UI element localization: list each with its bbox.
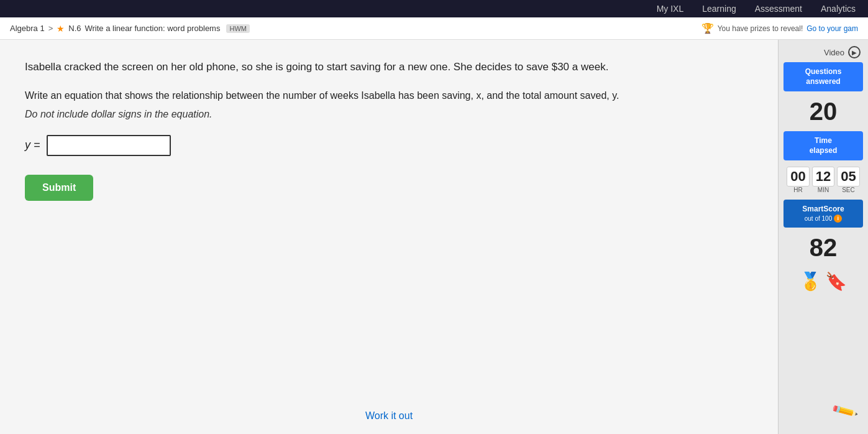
video-label: Video xyxy=(824,48,844,57)
play-icon: ▶ xyxy=(848,46,861,58)
time-elapsed-box: Timeelapsed xyxy=(783,131,863,160)
nav-links: My IXL Learning Assessment Analytics xyxy=(657,4,856,14)
prize-link[interactable]: Go to your gam xyxy=(806,24,858,33)
time-elapsed-label: Timeelapsed xyxy=(810,136,838,155)
question-paragraph: Isabella cracked the screen on her old p… xyxy=(25,58,753,75)
smart-score-label: SmartScore xyxy=(802,205,844,213)
smart-score-value: 82 xyxy=(810,234,838,261)
sec-label: SEC xyxy=(842,187,855,193)
hwm-badge: HWM xyxy=(226,24,250,33)
question-note: Do not include dollar signs in the equat… xyxy=(25,109,753,120)
video-button[interactable]: Video ▶ xyxy=(824,46,861,58)
nav-learning[interactable]: Learning xyxy=(702,4,736,14)
nav-assessment[interactable]: Assessment xyxy=(755,4,802,14)
smart-score-box: SmartScore out of 100 i xyxy=(783,200,863,228)
skill-code: N.6 xyxy=(68,24,81,33)
blue-badge-icon: 🔖 xyxy=(825,271,847,292)
star-icon: ★ xyxy=(57,24,65,34)
hr-label: HR xyxy=(793,187,802,193)
prize-message: You have prizes to reveal! xyxy=(718,24,803,33)
time-seconds-col: 05 SEC xyxy=(837,167,859,193)
questions-answered-label: Questionsanswered xyxy=(805,67,842,86)
time-seconds: 05 xyxy=(837,167,859,187)
equation-row: y = xyxy=(25,135,753,156)
question-area: Isabella cracked the screen on her old p… xyxy=(0,40,778,434)
work-it-out-link[interactable]: Work it out xyxy=(365,410,413,422)
answer-input[interactable] xyxy=(47,135,171,156)
breadcrumb: Algebra 1 > ★ N.6 Write a linear functio… xyxy=(10,24,250,34)
time-display: 00 HR 12 MIN 05 SEC xyxy=(787,167,859,193)
badges-row: 🥇 🔖 xyxy=(800,271,847,292)
question-instruction: Write an equation that shows the relatio… xyxy=(25,88,753,104)
time-minutes: 12 xyxy=(812,167,834,187)
main-area: Isabella cracked the screen on her old p… xyxy=(0,40,868,434)
trophy-icon: 🏆 xyxy=(701,22,714,34)
gold-badge-icon: 🥇 xyxy=(800,271,821,292)
nav-analytics[interactable]: Analytics xyxy=(821,4,856,14)
prize-notification: 🏆 You have prizes to reveal! Go to your … xyxy=(701,22,858,34)
time-hours: 00 xyxy=(787,167,809,187)
nav-my-ixl[interactable]: My IXL xyxy=(657,4,684,14)
right-sidebar: Video ▶ Questionsanswered 20 Timeelapsed… xyxy=(778,40,868,434)
y-label: y = xyxy=(25,139,40,152)
submit-button[interactable]: Submit xyxy=(25,175,93,201)
min-label: MIN xyxy=(818,187,829,193)
skill-name: Write a linear function: word problems xyxy=(85,24,220,33)
breadcrumb-separator: > xyxy=(48,24,53,33)
questions-answered-box: Questionsanswered xyxy=(783,62,863,91)
breadcrumb-bar: Algebra 1 > ★ N.6 Write a linear functio… xyxy=(0,17,868,40)
top-nav: My IXL Learning Assessment Analytics xyxy=(0,0,868,17)
smart-score-sub: out of 100 i xyxy=(791,215,856,223)
breadcrumb-subject[interactable]: Algebra 1 xyxy=(10,24,45,33)
info-icon[interactable]: i xyxy=(834,215,842,223)
time-minutes-col: 12 MIN xyxy=(812,167,834,193)
time-hours-col: 00 HR xyxy=(787,167,809,193)
questions-answered-count: 20 xyxy=(810,98,838,125)
